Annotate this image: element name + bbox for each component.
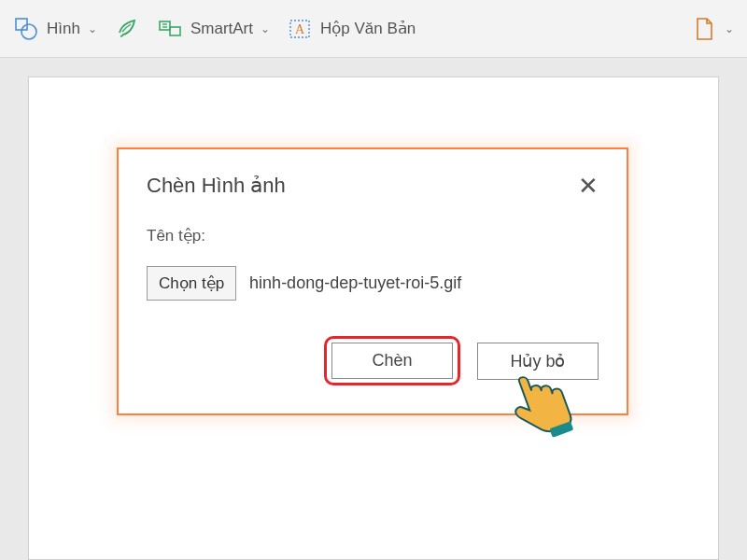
insert-button[interactable]: Chèn [331,343,453,379]
dialog-header: Chèn Hình ảnh ✕ [147,174,599,198]
textbox-label: Hộp Văn Bản [320,19,416,38]
svg-rect-2 [160,21,170,30]
dialog-title: Chèn Hình ảnh [147,174,286,198]
shapes-menu[interactable]: Hình ⌄ [13,16,97,42]
shapes-label: Hình [47,20,80,38]
page-menu[interactable]: ⌄ [691,16,734,42]
svg-rect-0 [16,19,27,30]
textbox-button[interactable]: A Hộp Văn Bản [287,16,416,42]
highlight-annotation: Chèn [324,336,460,385]
dialog-buttons: Chèn Hủy bỏ [147,336,599,385]
ribbon-toolbar: Hình ⌄ SmartArt ⌄ A Hộp Văn Bản ⌄ [0,0,747,58]
textbox-icon: A [287,16,313,42]
cancel-button[interactable]: Hủy bỏ [477,343,599,380]
leaf-icon [114,16,140,42]
leaf-tool[interactable] [114,16,140,42]
insert-image-dialog: Chèn Hình ảnh ✕ Tên tệp: Chọn tệp hinh-d… [117,147,628,415]
svg-text:A: A [295,22,305,36]
choose-file-button[interactable]: Chọn tệp [147,266,236,301]
svg-rect-3 [170,27,180,35]
page-icon [691,16,717,42]
smartart-icon [157,16,183,42]
file-field-label: Tên tệp: [147,226,599,245]
chevron-down-icon: ⌄ [261,22,270,35]
svg-point-1 [21,24,36,39]
selected-file-name: hinh-dong-dep-tuyet-roi-5.gif [249,273,461,293]
shapes-icon [13,16,39,42]
close-icon[interactable]: ✕ [578,174,599,198]
smartart-label: SmartArt [190,20,253,38]
chevron-down-icon: ⌄ [725,22,734,35]
file-row: Chọn tệp hinh-dong-dep-tuyet-roi-5.gif [147,266,599,301]
chevron-down-icon: ⌄ [88,22,97,35]
smartart-menu[interactable]: SmartArt ⌄ [157,16,270,42]
